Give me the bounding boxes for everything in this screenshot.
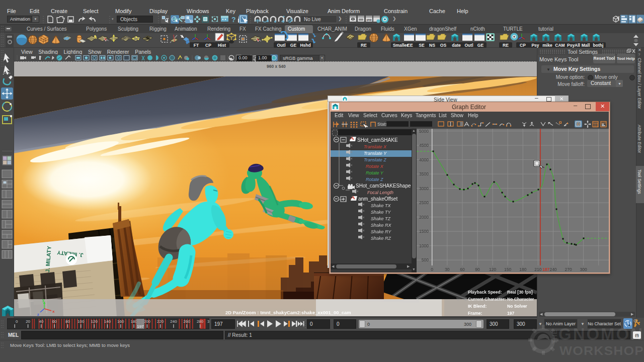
svg-text:IK Blend:: IK Blend: [468,304,487,309]
svg-text:Psy: Psy [531,43,539,48]
svg-text:Outl: Outl [277,43,286,48]
svg-text:Frame:: Frame: [468,311,482,316]
svg-text:3: 3 [207,319,209,324]
svg-text:30: 30 [445,267,450,272]
svg-text:z: z [37,312,39,317]
svg-text:1000: 1000 [419,243,429,248]
svg-text:2000: 2000 [419,215,429,220]
svg-text:Real [30 fps]: Real [30 fps] [507,290,533,295]
svg-text:Hist: Hist [218,43,226,48]
svg-text:mike: mike [542,43,552,48]
svg-text:197: 197 [137,324,144,329]
svg-text:2500: 2500 [419,200,429,205]
svg-text:2D Pan/Zoom : tmnt_shakyCam2:s: 2D Pan/Zoom : tmnt_shakyCam2:shake_xx001… [225,310,351,315]
svg-text:4500: 4500 [419,143,429,148]
svg-text:3500: 3500 [419,171,429,176]
svg-text:90: 90 [475,267,480,272]
svg-text:210: 210 [534,267,541,272]
svg-text:187: 187 [542,267,549,272]
svg-text:WORKSHOP: WORKSHOP [559,344,644,357]
svg-text:No Character: No Character [507,297,534,302]
svg-text:5000: 5000 [419,129,429,134]
svg-text:300: 300 [580,267,587,272]
svg-text:Hshd: Hshd [300,43,310,48]
svg-text:Outl: Outl [465,43,473,48]
svg-text:Playback Speed:: Playback Speed: [468,290,502,295]
svg-text:CP: CP [205,43,211,48]
svg-text:Stats: Stats [377,122,388,127]
svg-text:date: date [452,43,461,48]
svg-text:180: 180 [519,267,526,272]
svg-text:Smaller: Smaller [393,43,409,48]
svg-text:IPR: IPR [367,19,372,22]
svg-text:y: y [42,298,45,302]
svg-text:100: 100 [77,319,85,324]
svg-text:RE: RE [361,43,367,48]
svg-text:x: x [52,309,55,314]
svg-text:270: 270 [565,267,572,272]
svg-text:197: 197 [507,311,514,316]
svg-text:OS: OS [440,43,447,48]
svg-text:0: 0 [431,267,433,272]
svg-text:200: 200 [144,319,151,324]
svg-text:GE: GE [290,43,297,48]
svg-text:4000: 4000 [419,157,429,162]
svg-text:150: 150 [504,267,511,272]
svg-text:No Solver: No Solver [507,304,527,309]
svg-text:?: ? [231,16,236,24]
svg-text:GE: GE [477,43,484,48]
svg-text:RE: RE [503,43,509,48]
svg-text:PsyAll: PsyAll [567,43,580,48]
svg-text:EE: EE [407,43,413,48]
svg-text:0: 0 [16,319,18,324]
svg-text:80: 80 [65,319,70,324]
svg-text:280: 280 [197,319,204,324]
svg-text:3000: 3000 [419,186,429,191]
svg-text:GNOMON: GNOMON [558,325,644,343]
svg-text:Current Character:: Current Character: [468,297,506,302]
svg-text:140: 140 [104,319,111,324]
svg-text:40: 40 [39,319,43,324]
svg-text:CP: CP [520,43,526,48]
svg-text:120: 120 [489,267,496,272]
svg-text:20: 20 [26,319,30,324]
svg-text:bothj: bothj [593,43,604,48]
svg-text:220: 220 [157,319,164,324]
svg-text:Mall: Mall [582,43,590,48]
svg-text:SE: SE [419,43,425,48]
svg-text:240: 240 [170,319,177,324]
svg-text:160: 160 [117,319,124,324]
svg-text:CAM: CAM [555,43,565,48]
svg-text:THE: THE [551,329,558,344]
svg-text:FT: FT [194,43,199,48]
svg-text:260: 260 [184,319,191,324]
svg-text:120: 120 [91,319,98,324]
svg-text:60: 60 [460,267,465,272]
svg-text:NS: NS [429,43,435,48]
svg-text:240: 240 [549,267,556,272]
svg-text:60: 60 [52,319,57,324]
svg-text:500: 500 [422,257,429,262]
svg-text:1500: 1500 [419,229,429,234]
